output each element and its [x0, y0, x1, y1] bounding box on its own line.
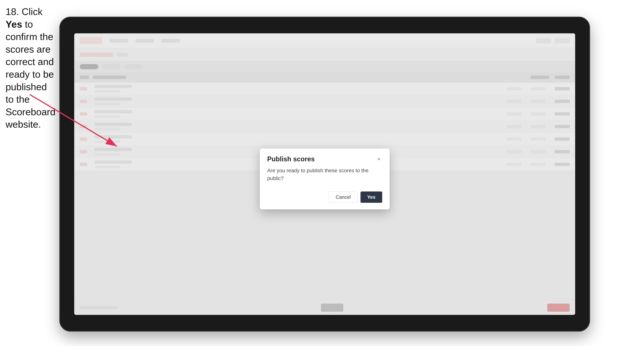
- modal-close-button[interactable]: ×: [376, 156, 382, 163]
- modal-message: Are you ready to publish these scores to…: [267, 167, 382, 182]
- modal-header: Publish scores ×: [260, 149, 390, 167]
- cancel-button[interactable]: Cancel: [329, 191, 358, 203]
- tablet-device: Publish scores × Are you ready to publis…: [59, 17, 590, 332]
- modal-dialog: Publish scores × Are you ready to publis…: [260, 149, 390, 209]
- modal-body: Are you ready to publish these scores to…: [260, 167, 390, 188]
- modal-footer: Cancel Yes: [260, 188, 390, 209]
- yes-button[interactable]: Yes: [360, 191, 382, 203]
- modal-title: Publish scores: [267, 155, 315, 163]
- instruction-text: 18. Click Yes to confirm the scores are …: [6, 5, 58, 131]
- tablet-screen: Publish scores × Are you ready to publis…: [74, 33, 575, 315]
